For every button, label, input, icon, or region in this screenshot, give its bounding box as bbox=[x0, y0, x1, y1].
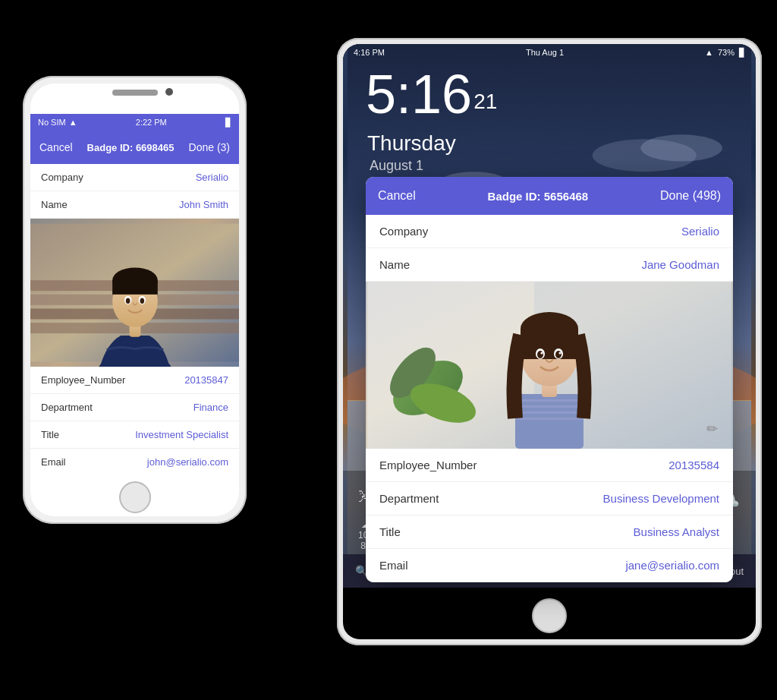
phone-carrier: No SIM bbox=[38, 118, 66, 127]
phone-camera bbox=[165, 88, 173, 96]
tablet-row-company: Company Serialio bbox=[366, 215, 733, 248]
tablet-screen: 4:16 PM Thu Aug 1 ▲ 73% ▊ 5:1621 Thursda… bbox=[343, 44, 756, 588]
tablet-name-value: Jane Goodman bbox=[641, 258, 719, 271]
tablet-photo: ✏ bbox=[366, 282, 733, 449]
tablet-second: 21 bbox=[473, 90, 497, 113]
tablet-company-label: Company bbox=[379, 225, 428, 238]
phone-time: 2:22 PM bbox=[136, 118, 167, 127]
tablet-lock-month: August 1 bbox=[370, 158, 423, 174]
phone-row-company: Company Serialio bbox=[30, 164, 239, 191]
phone-screen: No SIM ▲ 2:22 PM ▊ Cancel Badge ID: 6698… bbox=[30, 114, 239, 471]
tablet-row-dept: Department Business Development bbox=[366, 482, 733, 516]
tablet-hour: 5:16 bbox=[366, 67, 472, 121]
tablet-battery: 73% bbox=[718, 48, 735, 57]
phone-name-value: John Smith bbox=[179, 199, 228, 210]
tablet-inner: 4:16 PM Thu Aug 1 ▲ 73% ▊ 5:1621 Thursda… bbox=[343, 44, 756, 639]
phone-dept-value: Finance bbox=[193, 402, 228, 413]
tablet-cancel-button[interactable]: Cancel bbox=[378, 189, 416, 203]
svg-rect-30 bbox=[515, 394, 584, 449]
tablet-row-name: Name Jane Goodman bbox=[366, 248, 733, 282]
tablet-title-label: Title bbox=[379, 525, 401, 538]
phone-row-empnum: Employee_Number 20135847 bbox=[30, 367, 239, 394]
tablet-badge-id: Badge ID: 5656468 bbox=[488, 190, 589, 203]
phone-status-right: ▊ bbox=[225, 118, 231, 128]
phone-header: Cancel Badge ID: 6698465 Done (3) bbox=[30, 131, 239, 164]
svg-point-14 bbox=[126, 298, 131, 303]
svg-rect-11 bbox=[112, 280, 158, 295]
tablet-status-bar: 4:16 PM Thu Aug 1 ▲ 73% ▊ bbox=[343, 44, 756, 61]
phone-speaker bbox=[112, 90, 158, 96]
phone-employee-rows: Employee_Number 20135847 Department Fina… bbox=[30, 367, 239, 471]
svg-point-41 bbox=[537, 351, 543, 358]
phone-status-left: No SIM ▲ bbox=[38, 118, 77, 127]
tablet-device: 4:16 PM Thu Aug 1 ▲ 73% ▊ 5:1621 Thursda… bbox=[337, 38, 762, 645]
tablet-company-value: Serialio bbox=[681, 225, 719, 238]
phone-done-button[interactable]: Done (3) bbox=[189, 141, 230, 153]
tablet-name-label: Name bbox=[379, 258, 410, 271]
tablet-dept-label: Department bbox=[379, 492, 439, 505]
svg-point-15 bbox=[140, 298, 144, 303]
tablet-status-right: ▲ 73% ▊ bbox=[705, 48, 745, 58]
svg-point-43 bbox=[541, 352, 543, 355]
phone-title-label: Title bbox=[41, 429, 59, 440]
tablet-empnum-label: Employee_Number bbox=[379, 459, 477, 471]
tablet-done-button[interactable]: Done (498) bbox=[660, 189, 721, 203]
tablet-email-label: Email bbox=[379, 559, 408, 572]
phone-row-title: Title Investment Specialist bbox=[30, 421, 239, 449]
tablet-row-title: Title Business Analyst bbox=[366, 516, 733, 549]
tablet-email-value: jane@serialio.com bbox=[625, 559, 719, 572]
tablet-status-time: 4:16 PM bbox=[354, 48, 385, 57]
phone-empnum-value: 20135847 bbox=[184, 374, 228, 386]
svg-rect-31 bbox=[515, 399, 584, 402]
phone-row-email: Email john@serialio.com bbox=[30, 449, 239, 471]
svg-rect-38 bbox=[521, 329, 578, 359]
phone-empnum-label: Employee_Number bbox=[41, 374, 125, 386]
tablet-row-email: Email jane@serialio.com bbox=[366, 549, 733, 582]
phone-status-bar: No SIM ▲ 2:22 PM ▊ bbox=[30, 114, 239, 131]
phone-company-value: Serialio bbox=[196, 172, 228, 183]
phone-cancel-button[interactable]: Cancel bbox=[39, 141, 73, 153]
tablet-home-button[interactable] bbox=[532, 598, 567, 633]
svg-point-22 bbox=[640, 134, 722, 161]
svg-rect-32 bbox=[515, 405, 584, 408]
tablet-modal-header: Cancel Badge ID: 5656468 Done (498) bbox=[366, 177, 733, 215]
phone-photo-svg bbox=[30, 219, 239, 367]
tablet-modal: Cancel Badge ID: 5656468 Done (498) Comp… bbox=[366, 177, 733, 582]
svg-rect-33 bbox=[515, 411, 584, 414]
phone-wifi-icon: ▲ bbox=[69, 118, 77, 127]
tablet-battery-icon: ▊ bbox=[739, 48, 745, 58]
tablet-title-value: Business Analyst bbox=[634, 525, 719, 538]
tablet-wifi-icon: ▲ bbox=[705, 48, 713, 57]
phone-company-label: Company bbox=[41, 172, 83, 183]
svg-point-42 bbox=[555, 351, 562, 358]
tablet-empnum-value: 20135584 bbox=[668, 459, 719, 471]
phone-row-name: Name John Smith bbox=[30, 191, 239, 219]
svg-rect-34 bbox=[515, 418, 584, 420]
phone-inner: No SIM ▲ 2:22 PM ▊ Cancel Badge ID: 6698… bbox=[30, 84, 239, 516]
tablet-dept-value: Business Development bbox=[603, 492, 719, 505]
phone-title-value: Investment Specialist bbox=[135, 429, 228, 440]
phone-name-label: Name bbox=[41, 199, 68, 210]
tablet-lock-day: Thursday bbox=[367, 131, 456, 156]
phone-top-rows: Company Serialio Name John Smith bbox=[30, 164, 239, 219]
phone-email-value: john@serialio.com bbox=[147, 456, 228, 468]
svg-point-44 bbox=[559, 352, 562, 355]
phone-home-button[interactable] bbox=[119, 481, 151, 513]
tablet-lock-time: 5:1621 bbox=[366, 67, 497, 121]
phone-photo bbox=[30, 219, 239, 367]
phone-battery-icon: ▊ bbox=[225, 118, 231, 128]
tablet-photo-svg bbox=[366, 282, 733, 449]
edit-icon[interactable]: ✏ bbox=[706, 421, 718, 437]
phone-device: No SIM ▲ 2:22 PM ▊ Cancel Badge ID: 6698… bbox=[23, 76, 247, 524]
tablet-row-empnum: Employee_Number 20135584 bbox=[366, 449, 733, 482]
phone-dept-label: Department bbox=[41, 402, 93, 413]
phone-email-label: Email bbox=[41, 456, 66, 468]
phone-badge-id: Badge ID: 6698465 bbox=[87, 142, 175, 153]
scene: No SIM ▲ 2:22 PM ▊ Cancel Badge ID: 6698… bbox=[0, 0, 777, 700]
phone-row-dept: Department Finance bbox=[30, 394, 239, 421]
tablet-status-date: Thu Aug 1 bbox=[526, 48, 564, 57]
